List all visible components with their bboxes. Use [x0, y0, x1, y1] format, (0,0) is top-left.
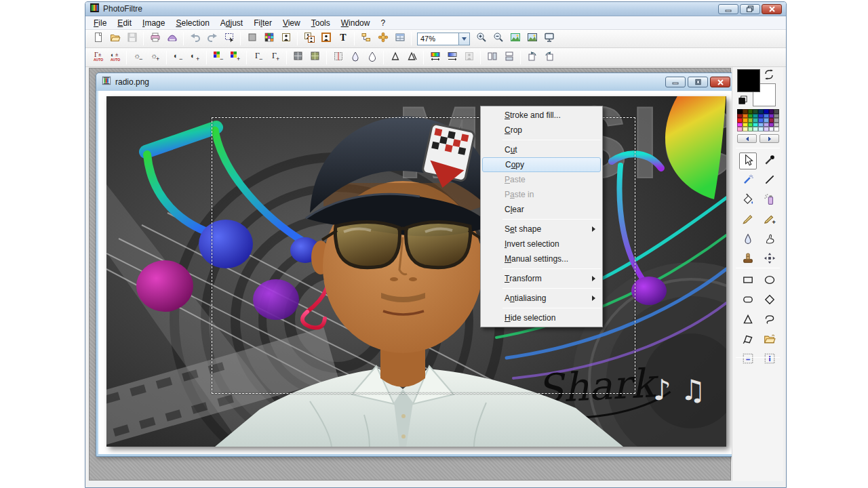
- undo-button[interactable]: [186, 31, 203, 47]
- move-button[interactable]: [761, 251, 778, 268]
- image-size-button[interactable]: [277, 31, 294, 47]
- palette-color-16[interactable]: [737, 118, 743, 123]
- show-selection-button[interactable]: [220, 31, 237, 47]
- palette-prev-button[interactable]: [737, 134, 757, 143]
- palette-color-9[interactable]: [743, 114, 748, 119]
- palette-color-4[interactable]: [758, 109, 764, 114]
- palette-color-23[interactable]: [774, 118, 779, 123]
- rhombus-shape-button[interactable]: [761, 292, 778, 309]
- ellipse-shape-button[interactable]: [761, 272, 778, 289]
- palette-color-28[interactable]: [758, 123, 764, 127]
- polygon-shape-button[interactable]: [739, 331, 757, 348]
- soften-button[interactable]: [363, 49, 380, 65]
- doc-minimize-button[interactable]: [665, 77, 686, 87]
- palette-color-13[interactable]: [764, 114, 769, 119]
- context-item-transform[interactable]: Transform: [482, 271, 601, 286]
- palette-color-3[interactable]: [753, 109, 758, 114]
- palette-color-26[interactable]: [748, 123, 753, 127]
- zoom-dropdown-icon[interactable]: [459, 33, 470, 45]
- palette-color-10[interactable]: [748, 114, 753, 119]
- color-mosaic-button[interactable]: [307, 49, 323, 65]
- menu-adjust[interactable]: Adjust: [215, 17, 248, 29]
- menu-image[interactable]: Image: [137, 17, 170, 29]
- palette-color-29[interactable]: [764, 123, 769, 127]
- palette-color-11[interactable]: [753, 114, 758, 119]
- reset-colors-icon[interactable]: [738, 95, 748, 105]
- palette-color-1[interactable]: [743, 109, 748, 114]
- fill-button[interactable]: [739, 192, 757, 209]
- context-item-stroke-and-fill[interactable]: Stroke and fill...: [482, 108, 601, 123]
- contrast-plus-button[interactable]: ◐+: [186, 49, 203, 65]
- palette-color-5[interactable]: [764, 109, 769, 114]
- triangle-shape-button[interactable]: [739, 312, 757, 329]
- zoom-combo[interactable]: 47%: [417, 33, 470, 45]
- full-size-button[interactable]: [524, 31, 540, 47]
- context-item-clear[interactable]: Clear: [482, 202, 601, 217]
- arrow-tool-button[interactable]: [739, 152, 757, 169]
- palette-color-15[interactable]: [774, 114, 779, 119]
- text-button[interactable]: T: [334, 31, 351, 47]
- app-titlebar[interactable]: PhotoFiltre: [85, 2, 786, 16]
- palette-color-8[interactable]: [737, 114, 743, 119]
- palette-color-21[interactable]: [764, 118, 769, 123]
- reinforce-button[interactable]: [403, 49, 420, 65]
- palette-color-32[interactable]: [737, 127, 743, 131]
- photomasque-button[interactable]: [374, 31, 391, 47]
- palette-color-31[interactable]: [774, 123, 779, 127]
- close-button[interactable]: [762, 4, 782, 14]
- flip-horizontal-button[interactable]: [484, 49, 500, 65]
- palette-color-22[interactable]: [769, 118, 774, 123]
- scan-button[interactable]: [163, 31, 180, 47]
- menu-selection[interactable]: Selection: [170, 17, 214, 29]
- context-item-manual-settings[interactable]: Manual settings...: [482, 251, 601, 266]
- automate-button[interactable]: [391, 31, 408, 47]
- screen-button[interactable]: [540, 31, 557, 47]
- open-button[interactable]: [106, 31, 123, 47]
- context-item-set-shape[interactable]: Set shape: [482, 222, 601, 237]
- context-item-antialiasing[interactable]: Antialiasing: [482, 291, 601, 306]
- explorer-button[interactable]: [357, 31, 374, 47]
- menu-tools[interactable]: Tools: [306, 17, 336, 29]
- palette-color-7[interactable]: [774, 109, 779, 114]
- context-item-hide-selection[interactable]: Hide selection: [482, 310, 601, 325]
- menu-edit[interactable]: Edit: [112, 17, 137, 29]
- zoom-value[interactable]: 47%: [417, 33, 459, 45]
- restore-button[interactable]: [740, 4, 760, 14]
- menu-[interactable]: ?: [375, 17, 391, 29]
- rect-shape-button[interactable]: [739, 272, 757, 289]
- doc-restore-button[interactable]: [688, 77, 708, 87]
- blur-button[interactable]: [347, 49, 363, 65]
- options-b-button[interactable]: I: [761, 351, 778, 368]
- palette-color-34[interactable]: [748, 127, 753, 131]
- palette-color-33[interactable]: [743, 127, 748, 131]
- image-canvas[interactable]: MUSIC: [106, 96, 726, 447]
- context-item-crop[interactable]: Crop: [482, 123, 601, 138]
- palette-color-25[interactable]: [743, 123, 748, 127]
- gamma-plus-button[interactable]: Γ+: [267, 49, 283, 65]
- saturation-minus-button[interactable]: −: [210, 49, 226, 65]
- brightness-plus-button[interactable]: ☼+: [146, 49, 163, 65]
- zoom-in-button[interactable]: [473, 31, 490, 47]
- palette-color-27[interactable]: [753, 123, 758, 127]
- pipette-button[interactable]: [761, 152, 778, 169]
- doc-close-button[interactable]: [710, 77, 730, 87]
- gradient-button[interactable]: [443, 49, 460, 65]
- smudge-button[interactable]: [761, 231, 778, 248]
- menu-file[interactable]: File: [88, 17, 112, 29]
- fit-image-button[interactable]: [507, 31, 524, 47]
- options-a-button[interactable]: =: [739, 351, 757, 368]
- palette-color-20[interactable]: [758, 118, 764, 123]
- context-item-invert-selection[interactable]: Invert selection: [482, 237, 601, 251]
- lasso-shape-button[interactable]: [761, 312, 778, 329]
- swap-colors-icon[interactable]: [764, 69, 774, 80]
- palette-color-17[interactable]: [743, 118, 748, 123]
- palette-color-18[interactable]: [748, 118, 753, 123]
- document-titlebar[interactable]: radio.png: [96, 73, 736, 91]
- redo-button[interactable]: [203, 31, 220, 47]
- brush-button[interactable]: [739, 211, 757, 228]
- palette-color-24[interactable]: [737, 123, 743, 127]
- palette-color-2[interactable]: [748, 109, 753, 114]
- wand-button[interactable]: [739, 172, 757, 189]
- line-button[interactable]: [761, 172, 778, 189]
- auto-levels-button[interactable]: Γ±AUTO: [90, 49, 106, 65]
